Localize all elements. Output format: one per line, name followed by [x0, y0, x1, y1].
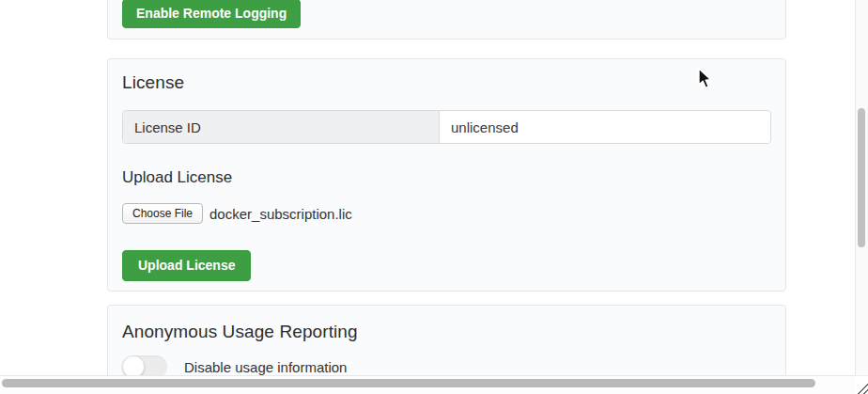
enable-remote-logging-button[interactable]: Enable Remote Logging — [122, 0, 301, 28]
license-file-input-row: Choose File docker_subscription.lic — [122, 203, 352, 224]
choose-file-button[interactable]: Choose File — [122, 203, 203, 224]
horizontal-scrollbar[interactable] — [0, 375, 855, 394]
usage-toggle-label: Disable usage information — [184, 359, 347, 375]
chosen-filename: docker_subscription.lic — [209, 206, 352, 222]
license-id-label: License ID — [123, 111, 440, 143]
upload-license-button[interactable]: Upload License — [122, 250, 251, 281]
vertical-scrollbar[interactable] — [855, 0, 868, 375]
upload-license-heading: Upload License — [122, 168, 232, 187]
resize-grip-icon[interactable] — [857, 383, 868, 394]
license-card: License License ID unlicensed Upload Lic… — [107, 58, 786, 292]
license-id-value: unlicensed — [440, 111, 770, 143]
vertical-scrollbar-thumb[interactable] — [858, 108, 865, 247]
license-card-title: License — [122, 72, 184, 93]
scrollbar-corner — [855, 375, 868, 394]
horizontal-scrollbar-thumb[interactable] — [2, 379, 815, 387]
remote-logging-card: Enable Remote Logging — [107, 0, 786, 39]
settings-page: Enable Remote Logging License License ID… — [0, 0, 868, 394]
license-id-row: License ID unlicensed — [122, 110, 771, 144]
usage-reporting-title: Anonymous Usage Reporting — [122, 322, 358, 342]
